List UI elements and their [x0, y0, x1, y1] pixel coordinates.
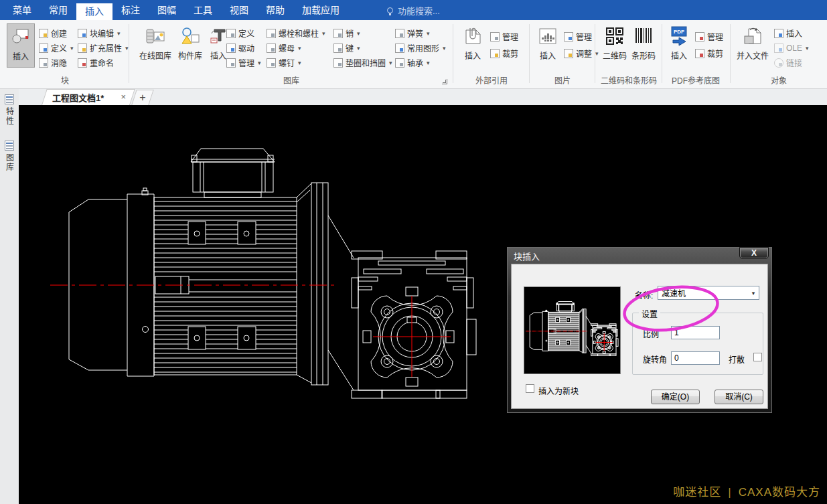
menu-item-insert[interactable]: 插入	[76, 3, 112, 20]
chevron-down-icon: ▾	[357, 45, 360, 52]
block-name-value: 减速机	[658, 287, 748, 299]
block-define-button[interactable]: 定义▾	[39, 41, 74, 55]
block-create-button[interactable]: 创建	[39, 26, 74, 40]
chevron-down-icon: ▾	[117, 30, 121, 37]
xref-insert-icon	[462, 25, 483, 48]
object-insert-button[interactable]: 插入	[774, 26, 809, 40]
bearing-button[interactable]: 轴承▾	[395, 56, 446, 70]
rotation-input[interactable]	[671, 351, 720, 365]
xref-manage-icon	[490, 32, 500, 41]
xref-insert-button[interactable]: 插入	[459, 23, 486, 68]
new-tab-button[interactable]: +	[131, 90, 153, 105]
properties-panel-tab[interactable]: 特性	[0, 94, 19, 126]
online-library-button[interactable]: 在线图库	[138, 23, 173, 68]
bolt-stud-button[interactable]: 螺栓和螺柱▾	[267, 26, 325, 40]
dialog-launcher-icon[interactable]	[442, 79, 447, 84]
ribbon-group-pdf: PDF 插入 管理 裁剪 PDF参考底图	[664, 20, 727, 89]
group-caption-pdf: PDF参考底图	[664, 74, 727, 86]
pdf-insert-button[interactable]: PDF 插入	[666, 23, 692, 68]
explode-checkbox[interactable]	[753, 353, 762, 361]
library-panel-label: 图库	[4, 153, 15, 172]
block-hide-button[interactable]: 消隐	[39, 56, 74, 70]
key-button[interactable]: 键▾	[333, 41, 392, 55]
block-rename-button[interactable]: 重命名	[78, 56, 129, 70]
block-extattr-button[interactable]: 扩充属性▾	[78, 41, 129, 55]
merge-file-button[interactable]: 并入文件	[734, 23, 771, 68]
library-manage-button[interactable]: 管理▾	[226, 56, 261, 70]
washer-button[interactable]: 垫圈和挡圈▾	[333, 56, 392, 70]
ribbon-group-codes: 二维码 条形码 二维码和条形码	[597, 20, 660, 89]
screw-button[interactable]: 螺钉▾	[267, 56, 325, 70]
menu-item-annotate[interactable]: 标注	[112, 0, 149, 20]
group-caption-object: 对象	[733, 74, 825, 86]
scale-input[interactable]	[671, 326, 720, 339]
chevron-down-icon: ▾	[427, 60, 430, 66]
menu-item-common[interactable]: 常用	[40, 0, 76, 20]
block-insert-dialog[interactable]: 块插入 X 名称: 减速机 ▾ 设置 比例 旋转角 打散 插入	[506, 246, 773, 414]
block-preview-drawing	[525, 301, 619, 360]
menu-item-tools[interactable]: 工具	[185, 0, 221, 20]
image-insert-button[interactable]: 插入	[534, 23, 561, 68]
plus-icon: +	[135, 90, 151, 104]
svg-text:PDF: PDF	[674, 29, 684, 35]
menu-item-menu[interactable]: 菜单	[4, 0, 40, 20]
image-adjust-button[interactable]: 调整▾	[564, 46, 599, 60]
document-tab[interactable]: 工程图文档1* ×	[42, 89, 130, 105]
cancel-button[interactable]: 取消(C)	[715, 390, 763, 404]
library-drive-button[interactable]: 驱动	[226, 41, 261, 55]
menu-item-frame[interactable]: 图幅	[149, 0, 185, 20]
pdf-clip-button[interactable]: 裁剪	[695, 46, 723, 60]
barcode-button[interactable]: 条形码	[629, 23, 658, 68]
spring-icon	[395, 29, 404, 38]
object-insert-icon	[774, 29, 783, 38]
pdf-manage-button[interactable]: 管理	[695, 29, 723, 44]
close-tab-icon[interactable]: ×	[121, 92, 126, 102]
menu-item-help[interactable]: 帮助	[257, 0, 293, 20]
dialog-close-button[interactable]: X	[739, 247, 769, 259]
library-panel-tab[interactable]: 图库	[0, 141, 19, 172]
ok-button[interactable]: 确定(O)	[651, 390, 700, 404]
group-caption-image: 图片	[532, 74, 593, 86]
spring-button[interactable]: 弹簧▾	[395, 26, 446, 40]
component-library-button[interactable]: 构件库	[174, 23, 206, 68]
chevron-down-icon[interactable]: ▾	[748, 290, 759, 297]
xref-clip-button[interactable]: 裁剪	[490, 46, 518, 60]
menu-item-loadapp[interactable]: 加载应用	[293, 0, 348, 20]
chevron-down-icon: ▾	[443, 45, 446, 52]
barcode-icon	[633, 25, 654, 48]
common-shapes-button[interactable]: 常用图形▾	[395, 41, 446, 55]
function-search[interactable]: 功能搜索...	[387, 0, 440, 20]
library-define-button[interactable]: 定义	[226, 26, 261, 40]
block-edit-button[interactable]: 块编辑▾	[78, 26, 129, 40]
xref-manage-button[interactable]: 管理	[490, 29, 518, 44]
chevron-down-icon: ▾	[806, 45, 809, 52]
settings-label: 设置	[639, 308, 660, 319]
lightbulb-icon	[387, 7, 393, 13]
menu-item-view[interactable]: 视图	[221, 0, 257, 20]
insert-as-new-checkbox[interactable]	[526, 384, 534, 393]
watermark-separator: |	[728, 486, 731, 499]
ole-icon	[774, 44, 783, 53]
ribbon-group-block: 插入 创建 定义▾ 消隐 块编辑▾ 扩充属性▾ 重命名 块	[4, 20, 126, 89]
left-panel-strip: 特性 图库	[0, 89, 19, 504]
block-insert-icon	[10, 25, 31, 48]
name-label: 名称:	[635, 289, 653, 301]
block-name-combobox[interactable]: 减速机 ▾	[658, 286, 759, 300]
group-separator	[529, 24, 530, 83]
group-separator	[595, 24, 595, 83]
globe-icon	[774, 58, 783, 68]
image-manage-button[interactable]: 管理	[564, 29, 599, 44]
image-insert-icon	[537, 25, 558, 48]
nut-button[interactable]: 螺母▾	[267, 41, 325, 55]
bolt-stud-icon	[267, 29, 276, 38]
qrcode-button[interactable]: 二维码	[600, 23, 629, 68]
key-icon	[333, 44, 343, 53]
pin-button[interactable]: 销▾	[333, 26, 392, 40]
group-caption-codes: 二维码和条形码	[597, 74, 660, 86]
block-insert-button[interactable]: 插入	[7, 23, 35, 68]
chevron-down-icon: ▾	[70, 45, 74, 52]
ribbon: 插入 创建 定义▾ 消隐 块编辑▾ 扩充属性▾ 重命名 块 在线图库	[0, 20, 827, 89]
group-caption-library: 图库	[131, 74, 451, 86]
chevron-down-icon: ▾	[298, 60, 301, 66]
chevron-down-icon: ▾	[298, 45, 301, 52]
